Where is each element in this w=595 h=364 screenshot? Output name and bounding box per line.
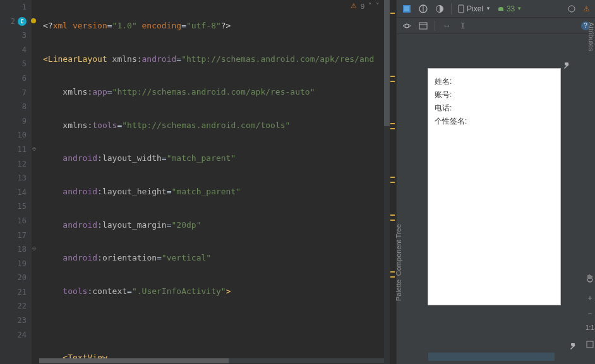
zoom-reset-icon[interactable]: 1:1: [586, 324, 594, 333]
stripe-mark[interactable]: [390, 81, 395, 82]
preview-text-row: 姓名:: [435, 76, 554, 87]
preview-text-row: 个性签名:: [435, 116, 554, 127]
svg-point-6: [568, 6, 575, 12]
next-highlight-button[interactable]: ˅: [376, 2, 380, 10]
android-icon: [497, 6, 505, 12]
stripe-mark[interactable]: [390, 271, 395, 273]
fit-screen-icon[interactable]: [586, 340, 594, 349]
fold-marker-icon[interactable]: ⊖: [32, 245, 36, 252]
surface-select-icon[interactable]: [402, 4, 412, 14]
stripe-mark[interactable]: [390, 123, 395, 124]
line-number: 2C: [0, 15, 27, 29]
component-tree-tab[interactable]: Component Tree: [395, 224, 402, 276]
attributes-tab[interactable]: Attributes: [587, 22, 595, 51]
layout-designer: Pixel ▼ 33 ▼ ⚠ ↔ I ? 姓名: 账号:: [396, 0, 595, 364]
default-margins-icon[interactable]: I: [458, 21, 468, 31]
prev-highlight-button[interactable]: ˄: [368, 2, 372, 10]
vertical-scrollbar[interactable]: [384, 0, 390, 364]
device-preview[interactable]: 姓名: 账号: 电话: 个性签名:: [428, 69, 560, 305]
api-selector[interactable]: 33 ▼: [497, 4, 522, 13]
warning-icon: ⚠: [351, 2, 357, 10]
stripe-mark[interactable]: [390, 214, 395, 216]
svg-rect-5: [459, 5, 464, 13]
stripe-mark[interactable]: [390, 220, 395, 221]
wrench-icon[interactable]: [562, 62, 570, 70]
layout-options-icon[interactable]: [418, 21, 428, 31]
stripe-mark[interactable]: [390, 177, 395, 178]
fold-column[interactable]: ⊖ ⊖ ⊖: [32, 0, 39, 364]
class-gutter-icon[interactable]: C: [18, 17, 27, 26]
line-number: 1: [0, 0, 27, 15]
horizontal-scrollbar[interactable]: [39, 358, 388, 363]
warning-count: 9: [361, 3, 364, 10]
preview-text-row: 电话:: [435, 103, 554, 114]
view-options-icon[interactable]: [402, 21, 412, 31]
editor-error-stripe[interactable]: [390, 0, 396, 364]
zoom-in-icon[interactable]: ＋: [586, 293, 594, 302]
loading-bar: [428, 353, 555, 361]
fold-marker-icon[interactable]: ⊖: [32, 145, 36, 152]
designer-toolbar: Pixel ▼ 33 ▼ ⚠: [397, 0, 595, 18]
svg-rect-1: [404, 6, 409, 11]
stripe-mark[interactable]: [390, 182, 395, 183]
phone-icon: [458, 4, 464, 13]
design-canvas[interactable]: 姓名: 账号: 电话: 个性签名: ＋ － 1:1 Palette Compon…: [397, 34, 595, 364]
designer-subtoolbar: ↔ I ?: [397, 18, 595, 34]
editor-gutter: 1 2C 3 4 5 6 7 8 9 10 11 12 13 14 15 16 …: [0, 0, 32, 364]
magnet-icon[interactable]: ↔: [442, 21, 452, 31]
toolbar-warning-icon[interactable]: ⚠: [583, 4, 590, 13]
device-selector[interactable]: Pixel ▼: [458, 4, 491, 13]
stripe-mark[interactable]: [390, 76, 395, 77]
zoom-out-icon[interactable]: －: [586, 308, 594, 317]
preview-text-row: 账号:: [435, 90, 554, 100]
stripe-mark[interactable]: [390, 128, 395, 129]
scrollbar-thumb[interactable]: [384, 0, 390, 126]
stripe-mark[interactable]: [390, 276, 395, 278]
pan-tool-icon[interactable]: [586, 274, 594, 283]
device-name: Pixel: [467, 4, 483, 13]
wrench-icon[interactable]: [568, 343, 577, 352]
code-content[interactable]: <?xml version="1.0" encoding="utf-8"?> <…: [39, 0, 390, 364]
theme-selector-icon[interactable]: [567, 4, 577, 14]
night-mode-icon[interactable]: [435, 4, 445, 14]
orientation-icon[interactable]: [418, 4, 428, 14]
api-level: 33: [507, 4, 515, 13]
chevron-down-icon: ▼: [486, 6, 491, 11]
chevron-down-icon: ▼: [517, 6, 522, 11]
palette-tab[interactable]: Palette: [395, 279, 402, 301]
stripe-mark[interactable]: [390, 13, 395, 14]
svg-rect-10: [587, 341, 593, 348]
breakpoint-icon[interactable]: [31, 18, 36, 23]
scrollbar-thumb[interactable]: [39, 358, 229, 363]
designer-tool-column: ＋ － 1:1: [584, 34, 595, 364]
svg-rect-8: [419, 23, 427, 29]
code-editor[interactable]: 1 2C 3 4 5 6 7 8 9 10 11 12 13 14 15 16 …: [0, 0, 396, 364]
